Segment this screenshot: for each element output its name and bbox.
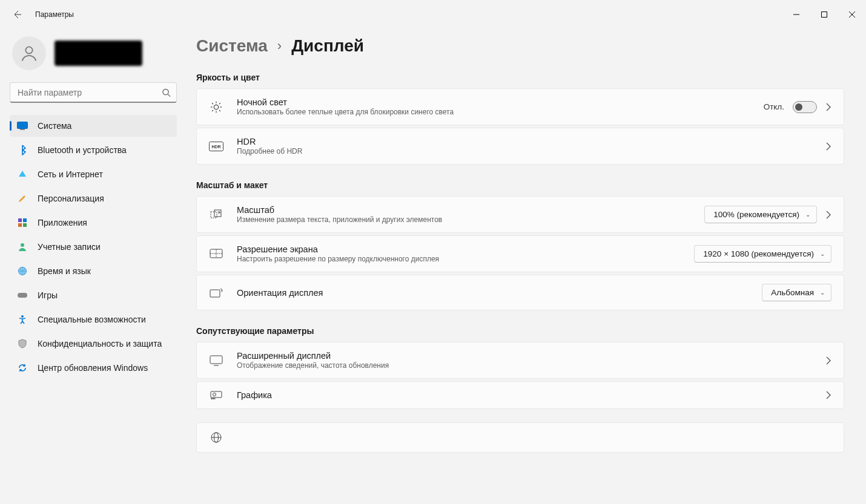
brush-icon [17, 193, 28, 204]
dropdown-value: Альбомная [771, 288, 814, 297]
avatar [12, 36, 46, 70]
card-partial[interactable] [196, 422, 844, 453]
breadcrumb-parent[interactable]: Система [196, 36, 268, 56]
page-title: Дисплей [291, 36, 364, 56]
chevron-right-icon: › [277, 38, 282, 54]
card-title: Масштаб [237, 205, 691, 215]
card-hdr[interactable]: HDR HDR Подробнее об HDR [196, 128, 844, 165]
content-area: Система › Дисплей Яркость и цвет Ночной … [182, 29, 866, 504]
sidebar-item-label: Bluetooth и устройства [38, 145, 127, 155]
orientation-icon [209, 287, 223, 299]
apps-icon [17, 217, 28, 228]
sidebar-item-label: Конфиденциальность и защита [38, 339, 162, 349]
globe-icon [209, 431, 223, 443]
resolution-icon [209, 249, 223, 260]
breadcrumb: Система › Дисплей [196, 36, 844, 56]
sidebar-item-time-language[interactable]: Время и язык [10, 260, 177, 282]
search-input[interactable] [10, 82, 177, 103]
svg-rect-7 [18, 122, 28, 129]
card-title: Ориентация дисплея [237, 288, 749, 298]
chevron-down-icon: ⌄ [820, 250, 825, 257]
chevron-right-icon [825, 356, 831, 365]
sidebar-item-privacy[interactable]: Конфиденциальность и защита [10, 333, 177, 355]
card-desc: Использовать более теплые цвета для блок… [237, 108, 750, 116]
svg-point-37 [213, 393, 216, 396]
svg-rect-9 [18, 218, 22, 222]
svg-line-23 [219, 110, 220, 111]
accessibility-icon [17, 314, 28, 325]
svg-rect-10 [23, 218, 27, 222]
window-title: Параметры [35, 10, 74, 19]
display-icon [17, 120, 28, 131]
user-name-redacted [55, 41, 142, 66]
sidebar-item-network[interactable]: Сеть и Интернет [10, 163, 177, 185]
card-resolution[interactable]: Разрешение экрана Настроить разрешение п… [196, 235, 844, 272]
section-title-brightness: Яркость и цвет [196, 73, 844, 82]
card-title: Ночной свет [237, 97, 750, 107]
sidebar-item-bluetooth[interactable]: Bluetooth и устройства [10, 139, 177, 161]
card-scale[interactable]: Масштаб Изменение размера текста, прилож… [196, 196, 844, 233]
chevron-right-icon [825, 211, 831, 219]
shield-icon [17, 338, 28, 349]
svg-line-6 [168, 94, 170, 97]
sidebar-item-label: Система [38, 121, 71, 131]
card-title: Разрешение экрана [237, 244, 681, 254]
section-title-scale: Масштаб и макет [196, 180, 844, 190]
maximize-button[interactable] [810, 5, 838, 24]
network-icon [17, 169, 28, 180]
update-icon [17, 362, 28, 373]
card-desc: Изменение размера текста, приложений и д… [237, 215, 691, 224]
card-desc: Настроить разрешение по размеру подключе… [237, 255, 681, 263]
card-advanced-display[interactable]: Расширенный дисплей Отображение сведений… [196, 342, 844, 379]
sidebar-item-label: Учетные записи [38, 242, 101, 252]
svg-point-16 [21, 315, 24, 318]
dropdown-value: 100% (рекомендуется) [713, 210, 799, 219]
minimize-button[interactable] [782, 5, 810, 24]
section-title-related: Сопутствующие параметры [196, 326, 844, 336]
back-button[interactable] [11, 8, 23, 21]
user-block[interactable] [10, 34, 177, 82]
sidebar-item-apps[interactable]: Приложения [10, 212, 177, 234]
resolution-dropdown[interactable]: 1920 × 1080 (рекомендуется) ⌄ [694, 245, 831, 263]
sidebar-item-accessibility[interactable]: Специальные возможности [10, 309, 177, 330]
sidebar-item-accounts[interactable]: Учетные записи [10, 236, 177, 258]
svg-line-25 [219, 103, 220, 104]
close-button[interactable] [838, 5, 866, 24]
sun-icon [209, 100, 223, 114]
sidebar-item-gaming[interactable]: Игры [10, 284, 177, 306]
card-title: HDR [237, 137, 812, 146]
sidebar-item-label: Сеть и Интернет [38, 169, 103, 179]
svg-rect-1 [822, 12, 827, 18]
gpu-icon [209, 390, 223, 400]
svg-line-22 [212, 103, 213, 104]
sidebar-item-label: Время и язык [38, 266, 91, 276]
orientation-dropdown[interactable]: Альбомная ⌄ [762, 284, 831, 301]
night-light-toggle[interactable] [793, 101, 817, 113]
svg-rect-12 [23, 223, 27, 227]
scale-dropdown[interactable]: 100% (рекомендуется) ⌄ [704, 206, 817, 223]
sidebar-item-label: Игры [38, 290, 58, 300]
gamepad-icon [17, 290, 28, 301]
toggle-label: Откл. [764, 102, 784, 111]
chevron-down-icon: ⌄ [820, 289, 825, 296]
scale-icon [209, 208, 223, 221]
chevron-right-icon [825, 391, 831, 399]
hdr-icon: HDR [209, 142, 223, 151]
card-title: Графика [237, 390, 812, 400]
sidebar-item-personalization[interactable]: Персонализация [10, 188, 177, 209]
sidebar: Система Bluetooth и устройства Сеть и Ин… [0, 29, 182, 504]
search-icon [162, 88, 171, 97]
card-night-light[interactable]: Ночной свет Использовать более теплые цв… [196, 88, 844, 125]
card-graphics[interactable]: Графика [196, 381, 844, 409]
svg-text:HDR: HDR [211, 145, 220, 149]
bluetooth-icon [17, 145, 28, 155]
svg-rect-33 [210, 290, 220, 297]
sidebar-item-windows-update[interactable]: Центр обновления Windows [10, 357, 177, 379]
svg-rect-15 [18, 293, 27, 298]
svg-rect-34 [210, 356, 222, 364]
svg-point-17 [214, 105, 218, 109]
sidebar-item-system[interactable]: Система [10, 115, 177, 137]
card-title: Расширенный дисплей [237, 351, 812, 361]
chevron-down-icon: ⌄ [805, 211, 810, 218]
card-orientation[interactable]: Ориентация дисплея Альбомная ⌄ [196, 275, 844, 310]
